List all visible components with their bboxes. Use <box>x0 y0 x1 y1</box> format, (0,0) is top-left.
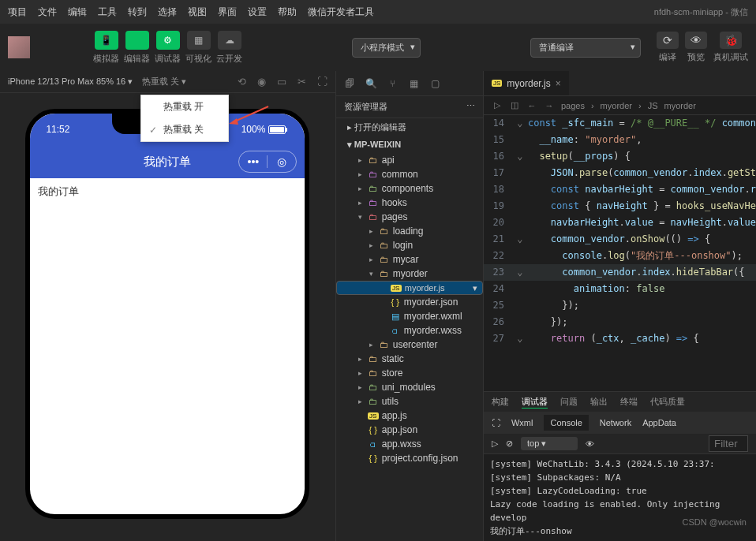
cut-icon[interactable]: ✂ <box>298 76 306 88</box>
node-myorder.json[interactable]: { }myorder.json <box>336 295 483 309</box>
rtool-真机调试[interactable]: 🐞真机调试 <box>713 32 748 63</box>
tab-appdata[interactable]: AppData <box>642 418 676 427</box>
bookmark-icon[interactable]: ◫ <box>509 100 520 110</box>
more-icon[interactable]: ⋯ <box>466 101 475 113</box>
node-app.json[interactable]: { }app.json <box>336 423 483 437</box>
btab-终端[interactable]: 终端 <box>620 396 638 408</box>
js-icon: JS <box>492 80 502 87</box>
eye-icon[interactable]: 👁 <box>586 439 594 449</box>
tool-模拟器[interactable]: 📱模拟器 <box>93 31 119 65</box>
menu-文件[interactable]: 文件 <box>38 6 57 19</box>
btab-构建[interactable]: 构建 <box>492 396 509 408</box>
tool-云开发[interactable]: ☁云开发 <box>216 31 242 65</box>
editor-tab[interactable]: JS myorder.js × <box>484 71 569 95</box>
menu-选择[interactable]: 选择 <box>158 6 177 19</box>
node-myorder[interactable]: ▾🗀myorder <box>336 267 483 281</box>
tab-console[interactable]: Console <box>544 415 588 431</box>
node-app.wxss[interactable]: ⫏app.wxss <box>336 437 483 451</box>
expand-icon[interactable]: ⛶ <box>317 76 327 88</box>
node-app.js[interactable]: JSapp.js <box>336 409 483 423</box>
rtool-编译[interactable]: ⟳编译 <box>657 32 679 63</box>
console-output: [system] WeChatLib: 3.4.3 (2024.5.10 23:… <box>484 454 756 541</box>
tool-调试器[interactable]: ⚙调试器 <box>155 31 181 65</box>
bottom-tabs: 构建调试器问题输出终端代码质量 <box>484 391 756 412</box>
close-icon[interactable]: × <box>556 78 561 89</box>
search-tab-icon[interactable]: 🔍 <box>365 78 377 89</box>
node-myorder.js[interactable]: JSmyorder.js <box>336 281 483 295</box>
code-area: 14⌄const _sfc_main = /* @__PURE__ */ com… <box>484 115 756 391</box>
dd-close[interactable]: ✓热重载 关 <box>141 118 228 141</box>
body-text: 我的订单 <box>30 178 305 205</box>
dd-open[interactable]: 热重载 开 <box>141 95 228 118</box>
menu-转到[interactable]: 转到 <box>128 6 147 19</box>
context-select[interactable]: top ▾ <box>521 437 578 450</box>
menubar: 项目文件编辑工具转到选择视图界面设置帮助微信开发者工具 <box>8 6 374 19</box>
node-static[interactable]: ▸🗀static <box>336 352 483 366</box>
menu-工具[interactable]: 工具 <box>98 6 117 19</box>
circle-icon[interactable]: ◉ <box>257 76 266 88</box>
dbg-menu-icon[interactable]: ⛶ <box>492 418 500 427</box>
rtool-预览[interactable]: 👁预览 <box>685 32 707 63</box>
file-tab-icon[interactable]: 🗐 <box>344 78 356 89</box>
ext-tab-icon[interactable]: ▦ <box>408 78 420 89</box>
node-usercenter[interactable]: ▸🗀usercenter <box>336 338 483 352</box>
node-components[interactable]: ▸🗀components <box>336 181 483 196</box>
back-icon[interactable]: ← <box>526 101 537 110</box>
play-icon[interactable]: ▷ <box>492 438 498 449</box>
node-loading[interactable]: ▸🗀loading <box>336 224 483 238</box>
btab-代码质量[interactable]: 代码质量 <box>650 396 685 408</box>
menu-编辑[interactable]: 编辑 <box>68 6 87 19</box>
run-icon[interactable]: ▷ <box>492 100 503 110</box>
menu-帮助[interactable]: 帮助 <box>278 6 297 19</box>
node-api[interactable]: ▸🗀api <box>336 153 483 167</box>
node-pages[interactable]: ▾🗀pages <box>336 210 483 224</box>
node-mycar[interactable]: ▸🗀mycar <box>336 252 483 267</box>
node-login[interactable]: ▸🗀login <box>336 238 483 252</box>
battery-icon <box>268 125 286 134</box>
opened-editors[interactable]: ▸ 打开的编辑器 <box>336 118 483 136</box>
tool-可视化[interactable]: ▦可视化 <box>185 31 211 65</box>
mode-select[interactable]: 小程序模式 <box>352 38 421 58</box>
menu-视图[interactable]: 视图 <box>188 6 207 19</box>
node-uni_modules[interactable]: ▸🗀uni_modules <box>336 380 483 394</box>
capsule[interactable]: •••◎ <box>238 151 297 173</box>
refresh-icon[interactable]: ⟲ <box>238 76 246 88</box>
menu-项目[interactable]: 项目 <box>8 6 27 19</box>
branch-tab-icon[interactable]: ⑂ <box>387 78 399 89</box>
avatar[interactable] <box>8 36 30 58</box>
tool-编辑器[interactable]: 编辑器 <box>124 31 150 65</box>
node-myorder.wxml[interactable]: ▤myorder.wxml <box>336 309 483 323</box>
filter-input[interactable] <box>709 435 748 452</box>
compile-select[interactable]: 普通编译 <box>530 38 641 58</box>
node-project.config.json[interactable]: { }project.config.json <box>336 451 483 465</box>
svg-line-0 <box>233 106 268 122</box>
clear-icon[interactable]: ⊘ <box>506 438 513 449</box>
dbg-top: ⛶ Wxml Console Network AppData <box>484 412 756 434</box>
window-title: nfdh-scm-miniapp - 微信 <box>654 6 748 18</box>
btab-调试器[interactable]: 调试器 <box>522 396 548 409</box>
reload-dropdown: 热重载 开 ✓热重载 关 <box>140 95 229 142</box>
fwd-icon[interactable]: → <box>544 101 555 110</box>
node-myorder.wxss[interactable]: ⫏myorder.wxss <box>336 323 483 338</box>
node-common[interactable]: ▸🗀common <box>336 167 483 181</box>
node-utils[interactable]: ▸🗀utils <box>336 394 483 409</box>
svg-marker-1 <box>229 118 238 125</box>
watermark: CSDN @wocwin <box>683 517 747 527</box>
menu-界面[interactable]: 界面 <box>218 6 237 19</box>
menu-设置[interactable]: 设置 <box>248 6 267 19</box>
node-store[interactable]: ▸🗀store <box>336 366 483 380</box>
menu-微信开发者工具[interactable]: 微信开发者工具 <box>308 6 374 19</box>
reload-select[interactable]: 热重载 关 ▾ <box>142 76 186 88</box>
device-select[interactable]: iPhone 12/13 Pro Max 85% 16 ▾ <box>8 76 133 87</box>
node-hooks[interactable]: ▸🗀hooks <box>336 196 483 210</box>
btab-输出[interactable]: 输出 <box>590 396 608 408</box>
tab-wxml[interactable]: Wxml <box>511 418 533 427</box>
right-tools: ⟳编译👁预览🐞真机调试 <box>657 32 748 63</box>
tab-network[interactable]: Network <box>600 418 631 427</box>
btab-问题[interactable]: 问题 <box>560 396 578 408</box>
file-tree: ▸🗀api▸🗀common▸🗀components▸🗀hooks▾🗀pages▸… <box>336 153 483 541</box>
phone-icon[interactable]: ▭ <box>277 76 286 88</box>
project-root[interactable]: ▾ MP-WEIXIN <box>336 136 483 153</box>
box-tab-icon[interactable]: ▢ <box>429 78 441 89</box>
app-title: 我的订单 <box>144 155 191 170</box>
